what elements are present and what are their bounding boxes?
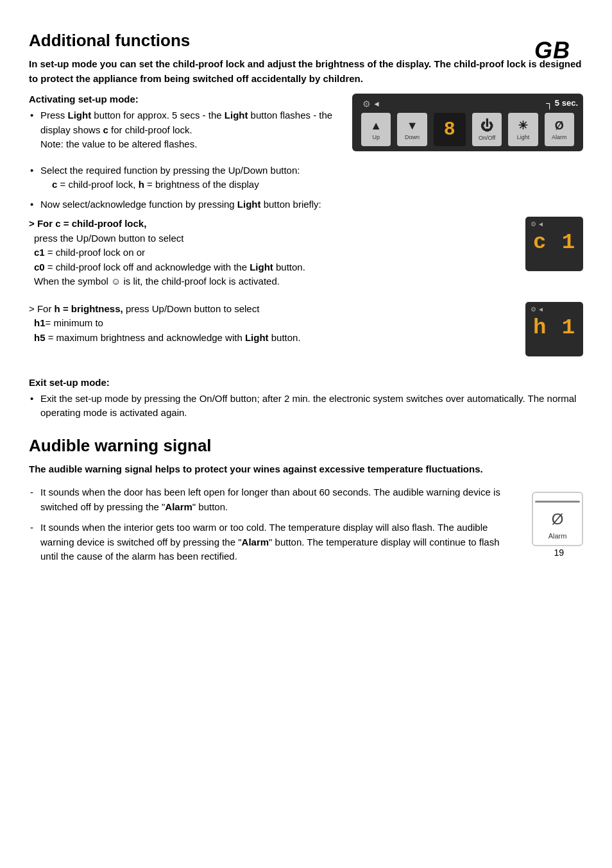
exit-bullet-list: Exit the set-up mode by pressing the On/…	[29, 392, 583, 421]
c-h-text: c = child-proof lock, h = brightness of …	[52, 178, 583, 192]
c1-display-image: ⚙ ◄ c 1	[525, 217, 583, 283]
up-label: Up	[372, 134, 380, 140]
childproof-section: > For c = child-proof lock, press the Up…	[29, 217, 583, 293]
light-button[interactable]: ☀ Light	[508, 113, 538, 146]
audible-item-2: It sounds when the interior gets too war…	[29, 521, 519, 564]
brightness-section: > For h = brightness, press Up/Down butt…	[29, 302, 583, 368]
alarm-label-panel: Alarm	[552, 134, 567, 140]
control-panel: ⚙ ◄ 5 sec. ▲ Up ▼ Down 8	[352, 94, 583, 151]
down-button[interactable]: ▼ Down	[397, 113, 427, 146]
bullet-list-2: Select the required function by pressing…	[29, 163, 583, 212]
h1-gear-icon: ⚙	[531, 306, 536, 313]
childproof-line3: c0 = child-proof lock off and acknowledg…	[34, 262, 305, 272]
brightness-line1: h1= minimum to	[34, 317, 103, 328]
onoff-button[interactable]: ⏻ On/Off	[472, 113, 502, 146]
panel-buttons-row: ▲ Up ▼ Down 8 ⏻ On/Off ☀	[361, 113, 574, 146]
c1-display-content: c 1	[531, 230, 576, 255]
down-label: Down	[405, 134, 420, 140]
h1-display: ⚙ ◄ h 1	[525, 302, 583, 356]
activating-bullet-list: Press Light button for approx. 5 secs - …	[29, 108, 339, 152]
c1-display-top: ⚙ ◄	[531, 221, 544, 228]
alarm-top-line	[535, 501, 580, 503]
h1-display-content: h 1	[531, 315, 576, 340]
display-block: 8	[434, 113, 466, 146]
down-symbol: ▼	[407, 119, 418, 133]
h1-display-top: ⚙ ◄	[531, 306, 544, 313]
light-label: Light	[517, 134, 530, 140]
audible-warning-intro: The audible warning signal helps to prot…	[29, 462, 583, 477]
audible-dash-list: It sounds when the door has been left op…	[29, 485, 519, 564]
additional-functions-heading: Additional functions	[29, 31, 583, 51]
audible-warning-heading: Audible warning signal	[29, 436, 583, 456]
childproof-prefix: > For c = child-proof lock,	[29, 218, 146, 229]
gear-symbol: ⚙	[362, 99, 371, 109]
page-number: 19	[554, 547, 564, 558]
activating-heading: Activating set-up mode:	[29, 94, 339, 104]
alarm-display: Ø Alarm	[532, 492, 583, 546]
audible-item-1: It sounds when the door has been left op…	[29, 485, 519, 514]
c1-display: ⚙ ◄ c 1	[525, 217, 583, 271]
bullet-item-2: Select the required function by pressing…	[29, 163, 583, 192]
audible-warning-content: It sounds when the door has been left op…	[29, 485, 583, 571]
gear-icon: ⚙ ◄	[362, 99, 380, 109]
brightness-text: > For h = brightness, press Up/Down butt…	[29, 302, 519, 349]
childproof-arrow-item: > For c = child-proof lock, press the Up…	[29, 217, 519, 289]
bullet-item-3: Now select/acknowledge function by press…	[29, 197, 583, 212]
h1-display-image: ⚙ ◄ h 1	[525, 302, 583, 368]
childproof-line1: press the Up/Down button to select	[34, 233, 183, 244]
audible-warning-items: It sounds when the door has been left op…	[29, 485, 519, 571]
activating-setup-text: Activating set-up mode: Press Light butt…	[29, 94, 339, 157]
onoff-label: On/Off	[479, 135, 495, 141]
intro-paragraph: In set-up mode you can set the child-pro…	[29, 57, 583, 86]
alarm-icon-display: Ø	[552, 510, 564, 528]
childproof-text: > For c = child-proof lock, press the Up…	[29, 217, 519, 293]
brightness-prefix: > For h = brightness, press Up/Down butt…	[29, 303, 259, 314]
page-content: GB Additional functions In set-up mode y…	[29, 31, 583, 571]
brightness-arrow-item: > For h = brightness, press Up/Down butt…	[29, 302, 519, 346]
alarm-symbol-panel: Ø	[555, 119, 564, 133]
onoff-symbol: ⏻	[480, 119, 493, 133]
light-symbol: ☀	[518, 119, 528, 133]
c1-arrow: ◄	[538, 221, 544, 228]
c-h-explanation: c = child-proof lock, h = brightness of …	[52, 178, 583, 192]
exit-heading: Exit set-up mode:	[29, 377, 583, 388]
brightness-line2: h5 = maximum brightness and acknowledge …	[34, 332, 301, 343]
gb-badge: GB	[534, 37, 570, 64]
display-digit: 8	[444, 119, 455, 140]
panel-arrow: ◄	[373, 99, 380, 108]
c1-gear-icon: ⚙	[531, 221, 536, 228]
childproof-line2: c1 = child-proof lock on or	[34, 247, 145, 258]
activating-setup-section: Activating set-up mode: Press Light butt…	[29, 94, 583, 157]
control-panel-image: ⚙ ◄ 5 sec. ▲ Up ▼ Down 8	[352, 94, 583, 151]
up-symbol: ▲	[370, 119, 382, 133]
alarm-display-container: Ø Alarm	[532, 485, 583, 546]
timer-label: 5 sec.	[546, 97, 578, 108]
up-button[interactable]: ▲ Up	[361, 113, 391, 146]
alarm-button-panel[interactable]: Ø Alarm	[545, 113, 574, 146]
bullet-item-1: Press Light button for approx. 5 secs - …	[29, 108, 339, 152]
alarm-display-label: Alarm	[548, 532, 567, 540]
h1-arrow: ◄	[538, 306, 544, 313]
childproof-line4: When the symbol ☺ is lit, the child-proo…	[34, 276, 280, 287]
exit-bullet: Exit the set-up mode by pressing the On/…	[29, 392, 583, 421]
